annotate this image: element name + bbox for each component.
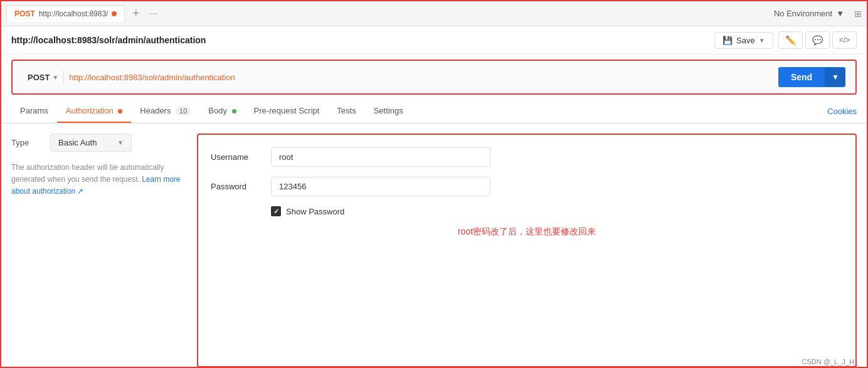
auth-info-text: The authorization header will be automat…	[11, 163, 164, 184]
save-chevron: ▼	[759, 37, 765, 44]
tab-bar: POST http://localhost:8983/ + ··· No Env…	[1, 1, 867, 26]
url-input[interactable]	[69, 73, 773, 82]
action-icons: ✏️ 💬 </>	[778, 31, 857, 49]
footer: CSDN @_L_J_H_	[792, 355, 868, 368]
tab-headers[interactable]: Headers 10	[131, 100, 199, 123]
type-value: Basic Auth	[58, 138, 97, 147]
save-button[interactable]: 💾 Save ▼	[714, 32, 773, 49]
save-icon: 💾	[722, 36, 733, 45]
send-main[interactable]: Send	[778, 67, 825, 87]
tab-params[interactable]: Params	[11, 100, 57, 123]
send-chevron[interactable]: ▼	[825, 68, 845, 87]
left-panel: Type Basic Auth ▼ The authorization head…	[11, 134, 187, 367]
url-bar: POST ▼ Send ▼	[11, 60, 857, 95]
body-active-dot	[232, 109, 236, 113]
password-input[interactable]	[271, 177, 490, 196]
layout-icon[interactable]: ⊞	[854, 9, 862, 19]
method-selector[interactable]: POST ▼	[23, 70, 64, 85]
tab-dot	[112, 11, 117, 16]
show-password-label: Show Password	[286, 207, 344, 216]
code-button[interactable]: </>	[832, 31, 857, 49]
right-panel: Username Password Show Password root密码改了…	[197, 134, 857, 367]
new-tab-button[interactable]: +	[127, 7, 144, 20]
tab-url: http://localhost:8983/	[39, 9, 109, 18]
type-row: Type Basic Auth ▼	[11, 134, 187, 152]
type-selector[interactable]: Basic Auth ▼	[50, 134, 132, 152]
type-label: Type	[11, 138, 43, 147]
tab-authorization[interactable]: Authorization	[57, 100, 132, 123]
tab-settings[interactable]: Settings	[365, 100, 412, 123]
password-row: Password	[211, 177, 843, 196]
method-chevron: ▼	[52, 74, 58, 81]
topbar-icons: ⊞	[854, 9, 862, 19]
environment-chevron: ▼	[836, 9, 844, 18]
show-password-checkbox[interactable]	[271, 206, 281, 216]
username-row: Username	[211, 147, 843, 167]
active-tab[interactable]: POST http://localhost:8983/	[6, 5, 125, 22]
username-label: Username	[211, 152, 261, 162]
cookies-link[interactable]: Cookies	[827, 100, 857, 122]
send-button[interactable]: Send ▼	[778, 67, 845, 87]
save-label: Save	[736, 36, 755, 45]
method-label: POST	[28, 73, 50, 82]
password-label: Password	[211, 182, 261, 191]
main-content: Type Basic Auth ▼ The authorization head…	[1, 124, 867, 368]
show-password-row: Show Password	[271, 206, 843, 216]
environment-selector[interactable]: No Environment ▼	[774, 9, 844, 18]
tab-method: POST	[14, 9, 35, 18]
more-tabs-button[interactable]: ···	[144, 8, 162, 19]
type-chevron: ▼	[117, 139, 124, 146]
warning-message: root密码改了后，这里也要修改回来	[211, 226, 843, 238]
headers-badge: 10	[176, 107, 191, 115]
edit-icon-button[interactable]: ✏️	[778, 31, 803, 49]
auth-info: The authorization header will be automat…	[11, 162, 187, 198]
environment-label: No Environment	[774, 9, 832, 18]
username-input[interactable]	[271, 147, 490, 167]
comment-icon-button[interactable]: 💬	[805, 31, 830, 49]
tab-body[interactable]: Body	[199, 100, 245, 123]
tab-pre-request[interactable]: Pre-request Script	[245, 100, 329, 123]
tabs-row: Params Authorization Headers 10 Body Pre…	[1, 100, 867, 124]
request-title: http://localhost:8983/solr/admin/authent…	[11, 35, 709, 45]
authorization-active-dot	[118, 109, 122, 113]
tab-tests[interactable]: Tests	[328, 100, 364, 123]
request-name-bar: http://localhost:8983/solr/admin/authent…	[1, 26, 867, 55]
footer-credit: CSDN @_L_J_H_	[802, 358, 858, 365]
